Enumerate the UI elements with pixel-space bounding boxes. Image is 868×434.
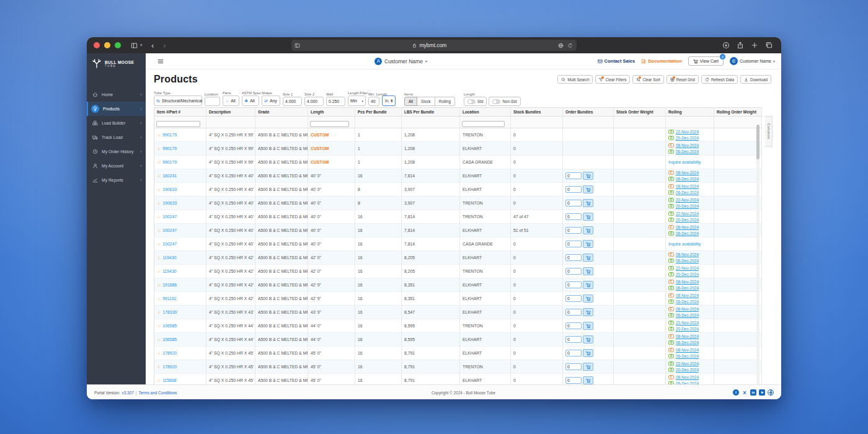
chevron-down-icon[interactable]: ▾ <box>140 43 143 48</box>
favorite-star-icon[interactable]: ☆ <box>157 365 161 370</box>
length-toggle-std[interactable]: Std <box>464 97 487 106</box>
sidebar-item-load-builder[interactable]: Load Builder‹ <box>87 116 146 130</box>
column-header-pcs-per-bundle[interactable]: Pcs Per Bundle <box>355 108 402 117</box>
rolling-date-link[interactable]: 06-Dec-2024 <box>676 259 699 263</box>
favorite-star-icon[interactable]: ☆ <box>157 146 161 151</box>
min-length-unit-stepper[interactable]: In. ▲▼ <box>382 95 396 106</box>
rolling-date-link[interactable]: 08-Nov-2024 <box>676 170 699 175</box>
item-number-link[interactable]: 178920 <box>162 365 177 369</box>
clear-filters-button[interactable]: Clear Filters <box>595 75 630 84</box>
share-icon[interactable] <box>737 42 744 49</box>
item-number-link[interactable]: 190633 <box>162 201 177 205</box>
order-bundles-input[interactable] <box>565 213 582 220</box>
rolling-date-link[interactable]: 20-Dec-2024 <box>676 327 699 331</box>
min-length-input[interactable] <box>368 97 379 106</box>
order-bundles-input[interactable] <box>565 377 582 384</box>
item-number-link[interactable]: 178920 <box>162 351 177 355</box>
items-option-rolling[interactable]: Rolling <box>435 97 455 106</box>
download-button[interactable]: Download <box>740 75 771 84</box>
order-bundles-input[interactable] <box>565 268 582 275</box>
order-bundles-input[interactable] <box>565 350 582 356</box>
favorite-star-icon[interactable]: ☆ <box>157 160 161 165</box>
x-twitter-icon[interactable]: X <box>742 389 748 396</box>
column-header-stock-bundles[interactable]: Stock Bundles <box>511 108 563 117</box>
rolling-date-link[interactable]: 06-Dec-2024 <box>676 177 699 181</box>
rolling-date-link[interactable]: 06-Dec-2024 <box>676 231 699 236</box>
order-bundles-input[interactable] <box>565 309 582 316</box>
astm-spec-select[interactable]: ♣All <box>242 95 259 106</box>
forward-button[interactable]: › <box>163 42 166 50</box>
column-header-item-part[interactable]: Item #/Part # <box>154 108 206 117</box>
favorite-star-icon[interactable]: ☆ <box>157 228 161 233</box>
add-to-cart-button[interactable] <box>583 294 593 303</box>
favorite-star-icon[interactable]: ☆ <box>157 324 161 329</box>
item-number-link[interactable]: 191686 <box>162 283 177 287</box>
add-to-cart-button[interactable] <box>583 363 593 371</box>
multi-search-button[interactable]: Multi Search <box>557 75 593 84</box>
scrollbar-thumb[interactable] <box>756 125 760 159</box>
add-to-cart-button[interactable] <box>583 226 593 234</box>
order-bundles-input[interactable] <box>565 281 582 288</box>
column-header-grade[interactable]: Grade <box>255 108 308 117</box>
order-bundles-input[interactable] <box>565 172 582 179</box>
location-filter-input[interactable] <box>205 97 220 106</box>
tab-overview-icon[interactable] <box>765 42 773 49</box>
translate-icon[interactable] <box>558 43 564 48</box>
favorite-star-icon[interactable]: ☆ <box>157 269 161 274</box>
item-number-link[interactable]: 106585 <box>162 324 177 328</box>
order-bundles-input[interactable] <box>565 186 582 193</box>
order-bundles-input[interactable] <box>565 200 582 206</box>
add-to-cart-button[interactable] <box>583 308 593 316</box>
rolling-date-link[interactable]: 08-Nov-2024 <box>676 334 699 339</box>
sidebar-item-track-load[interactable]: Track Load› <box>87 130 146 144</box>
add-to-cart-button[interactable] <box>583 322 593 330</box>
item-number-link[interactable]: 990179 <box>162 133 177 137</box>
account-menu[interactable]: C Customer Name ▾ <box>730 57 775 65</box>
tube-type-select[interactable]: ⇆Structural/Mechanical <box>154 95 202 106</box>
inquire-availability-link[interactable]: Inquire availability <box>668 242 714 246</box>
terms-link[interactable]: Terms and Conditions <box>138 391 177 395</box>
reader-icon[interactable] <box>294 43 300 48</box>
size1-input[interactable] <box>283 97 302 106</box>
grid-scrollbar[interactable] <box>756 125 760 386</box>
items-option-all[interactable]: All <box>404 97 417 106</box>
item-number-link[interactable]: 991162 <box>162 296 176 301</box>
sidebar-item-home[interactable]: Home› <box>87 87 146 102</box>
new-tab-icon[interactable] <box>751 42 758 49</box>
length-filter-select[interactable]: Min▾ <box>348 95 366 106</box>
add-to-cart-button[interactable] <box>583 376 593 384</box>
favorite-star-icon[interactable]: ☆ <box>157 296 161 301</box>
rolling-date-link[interactable]: 06-Dec-2024 <box>676 299 699 304</box>
customer-switcher[interactable]: Customer Name ▾ <box>374 58 427 65</box>
rolling-date-link[interactable]: 22-Nov-2024 <box>676 211 699 216</box>
add-to-cart-button[interactable] <box>583 185 593 193</box>
youtube-icon[interactable] <box>759 389 765 396</box>
rolling-date-link[interactable]: 22-Nov-2024 <box>676 361 699 366</box>
rolling-date-link[interactable]: 08-Nov-2024 <box>676 280 699 284</box>
website-globe-icon[interactable] <box>768 389 774 396</box>
linkedin-icon[interactable]: in <box>750 389 756 396</box>
column-header-lbs-per-bundle[interactable]: LBS Per Bundle <box>402 108 460 117</box>
customer-menu-label[interactable]: Customer Name <box>384 58 423 64</box>
rolling-date-link[interactable]: 06-Dec-2024 <box>676 286 699 290</box>
rolling-date-link[interactable]: 08-Nov-2024 <box>676 252 699 257</box>
column-filter-input-location[interactable] <box>462 121 505 127</box>
column-header-rolling[interactable]: Rolling <box>666 108 714 117</box>
portal-version-link[interactable]: v3.307 <box>122 391 134 395</box>
rolling-date-link[interactable]: 06-Dec-2024 <box>676 190 699 195</box>
add-to-cart-button[interactable] <box>583 281 593 289</box>
order-bundles-input[interactable] <box>565 336 582 343</box>
rolling-date-link[interactable]: 20-Dec-2024 <box>676 272 699 277</box>
column-header-rolling-order-weight[interactable]: Rolling Order Weight <box>714 108 762 117</box>
column-filter-input-item-part[interactable] <box>156 121 200 127</box>
length-toggle-non-std[interactable]: Non-Std <box>489 97 520 106</box>
order-bundles-input[interactable] <box>565 241 582 247</box>
reload-icon[interactable] <box>567 43 573 48</box>
favorite-star-icon[interactable]: ☆ <box>157 310 161 315</box>
column-header-stock-order-weight[interactable]: Stock Order Weight <box>614 108 666 117</box>
sidebar-item-my-reports[interactable]: My Reports› <box>87 173 146 187</box>
address-bar[interactable]: mybmt.com <box>291 40 577 51</box>
add-to-cart-button[interactable] <box>583 240 593 248</box>
item-number-link[interactable]: 119430 <box>162 255 176 260</box>
wall-input[interactable] <box>326 97 345 106</box>
